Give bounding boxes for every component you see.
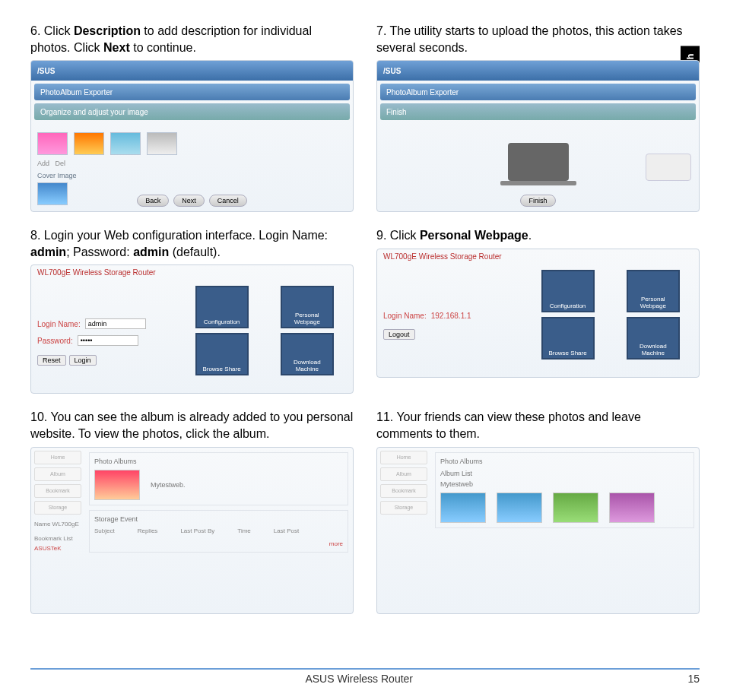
finish-button[interactable]: Finish [520, 195, 555, 207]
side-btn[interactable]: Home [34, 451, 81, 464]
cfg-title: WL700gE Wireless Storage Router [37, 268, 347, 277]
step-10: 10. You can see the album is already add… [30, 409, 354, 613]
col: Time [237, 527, 250, 534]
album-row: Mytestweb. [94, 470, 343, 500]
step-10-text: 10. You can see the album is already add… [30, 409, 354, 442]
tile-download-machine[interactable]: Download Machine [627, 317, 680, 360]
storage-header: Storage Event [94, 515, 343, 523]
txt: Login your Web configuration interface. … [44, 229, 328, 242]
logout-buttons: Logout [383, 329, 516, 340]
login-button[interactable]: Login [69, 355, 97, 366]
txt: . [528, 229, 532, 242]
add-label[interactable]: Add [37, 160, 49, 167]
step-11: 11. Your friends can view these photos a… [376, 409, 700, 613]
photo-thumb[interactable] [440, 493, 486, 523]
cfg-body: Login Name: Password: Reset Login [31, 280, 353, 394]
tile-browse-share[interactable]: Browse Share [541, 317, 595, 360]
photo-thumb[interactable] [110, 132, 141, 155]
album-item: Mytestweb [440, 480, 689, 488]
step-num: 11. [376, 410, 393, 423]
album-name: Mytestweb. [151, 481, 186, 489]
side-btn[interactable]: Album [380, 467, 427, 481]
cfg-title: WL700gE Wireless Storage Router [383, 252, 693, 261]
photo-thumb[interactable] [147, 132, 177, 155]
photo-thumb[interactable] [553, 493, 598, 523]
photo-thumb[interactable] [74, 132, 104, 155]
back-button[interactable]: Back [137, 195, 169, 207]
del-label[interactable]: Del [56, 160, 66, 167]
wizard-buttons: Back Next Cancel [31, 195, 353, 207]
album-main: Photo Albums Album List Mytestweb [430, 448, 699, 613]
next-button[interactable]: Next [173, 195, 205, 207]
password-input[interactable] [78, 335, 138, 346]
login-panel: Login Name: Password: Reset Login [31, 280, 176, 394]
bold: admin [30, 245, 66, 258]
bold: Description [74, 24, 141, 37]
album-main: Photo Albums Mytestweb. Storage Event Su… [84, 448, 353, 613]
tile-browse-share[interactable]: Browse Share [195, 333, 249, 375]
cancel-button[interactable]: Cancel [209, 195, 247, 207]
screenshot-album-overview: Home Album Bookmark Storage Name WL700gE… [30, 447, 354, 614]
txt: (default). [169, 245, 221, 258]
bold: admin [133, 245, 169, 258]
album-sidebar: Home Album Bookmark Storage Name WL700gE… [31, 448, 84, 613]
tile-configuration[interactable]: Configuration [195, 286, 249, 328]
step-num: 6. [30, 24, 40, 37]
photo-thumb[interactable] [609, 493, 655, 523]
app-banner: PhotoAlbum Exporter [380, 84, 696, 100]
password-field: Password: [37, 335, 170, 346]
section-header: Finish [380, 103, 696, 120]
tile-configuration[interactable]: Configuration [541, 270, 595, 312]
footer-title: ASUS Wireless Router [305, 673, 413, 685]
reset-button[interactable]: Reset [37, 355, 66, 366]
ip-value: 192.168.1.1 [431, 312, 471, 320]
screenshot-config-login: WL700gE Wireless Storage Router Login Na… [30, 264, 354, 394]
wizard-buttons: Finish [377, 195, 699, 207]
login-name-input[interactable] [85, 318, 146, 329]
step-num: 8. [30, 229, 40, 242]
album-sidebar: Home Album Bookmark Storage [377, 448, 430, 613]
bookmark-item[interactable]: ASUSTeK [34, 545, 81, 552]
screenshot-exporter-organize: /SUS PhotoAlbum Exporter Organize and ad… [30, 60, 354, 212]
bold: Next [103, 41, 130, 54]
section-header: Organize and adjust your image [34, 103, 350, 120]
txt: ; Password: [66, 245, 133, 258]
tile-personal-webpage[interactable]: Personal Webpage [627, 270, 680, 312]
side-btn[interactable]: Storage [380, 501, 427, 515]
login-name-field: Login Name: [37, 318, 170, 329]
side-btn[interactable]: Bookmark [380, 484, 427, 498]
brand: /SUS [383, 67, 401, 75]
banner-title: PhotoAlbum Exporter [386, 88, 459, 97]
col: Last Post By [180, 527, 214, 534]
cfg-body: Login Name: 192.168.1.1 Logout Configura… [377, 264, 699, 378]
thumb-tools: Add Del [37, 160, 347, 167]
photo-thumb[interactable] [37, 132, 68, 155]
photo-albums-box: Photo Albums Mytestweb. [89, 452, 348, 505]
side-btn[interactable]: Home [380, 451, 427, 464]
tile-personal-webpage[interactable]: Personal Webpage [281, 286, 334, 328]
footer-rule [30, 668, 700, 670]
photo-thumb[interactable] [497, 493, 542, 523]
screenshot-exporter-finish: /SUS PhotoAlbum Exporter Finish Finish [376, 60, 700, 212]
row-3: 10. You can see the album is already add… [30, 409, 700, 613]
txt: The utility starts to upload the photos,… [376, 24, 683, 54]
albums-header: Photo Albums [440, 458, 689, 465]
step-7: 7. The utility starts to upload the phot… [376, 23, 700, 212]
bold: Personal Webpage [420, 229, 528, 242]
side-btn[interactable]: Bookmark [34, 484, 81, 498]
side-btn[interactable]: Storage [34, 501, 81, 515]
logout-button[interactable]: Logout [383, 329, 415, 340]
step-11-text: 11. Your friends can view these photos a… [376, 409, 700, 442]
storage-columns: Subject Replies Last Post By Time Last P… [94, 527, 343, 534]
col: Last Post [274, 527, 299, 534]
step-7-text: 7. The utility starts to upload the phot… [376, 23, 700, 55]
storage-box: Storage Event Subject Replies Last Post … [89, 510, 348, 553]
photos-row [440, 493, 689, 523]
router-icon [646, 154, 691, 181]
laptop-icon [508, 143, 569, 181]
more-link[interactable]: more [94, 540, 343, 547]
app-titlebar: /SUS [31, 61, 353, 81]
tile-download-machine[interactable]: Download Machine [281, 333, 334, 375]
side-btn[interactable]: Album [34, 467, 81, 481]
album-thumb[interactable] [94, 470, 140, 500]
